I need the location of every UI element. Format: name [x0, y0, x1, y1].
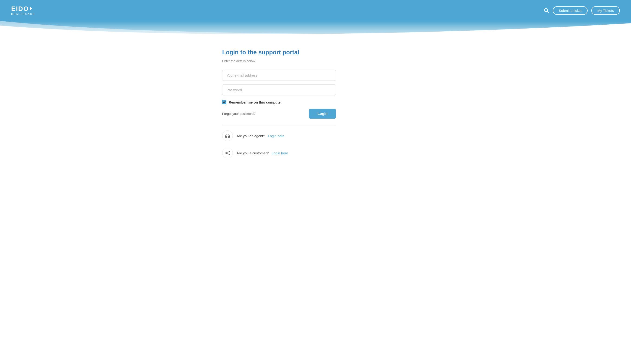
email-field-group [222, 70, 409, 81]
svg-line-1 [547, 12, 548, 13]
forgot-password-link[interactable]: Forgot your password? [222, 112, 255, 116]
svg-line-6 [227, 152, 228, 153]
password-input[interactable] [222, 84, 336, 96]
remember-me-row: Remember me on this computer [222, 100, 409, 104]
submit-ticket-button[interactable]: Submit a ticket [553, 6, 588, 15]
customer-icon-circle [222, 148, 233, 158]
customer-login-link[interactable]: Login here [272, 151, 288, 155]
share-icon [225, 150, 230, 156]
customer-login-item: Are you a customer? Login here [222, 148, 409, 158]
my-tickets-button[interactable]: My Tickets [591, 6, 620, 15]
headset-icon [225, 133, 230, 138]
login-button[interactable]: Login [309, 109, 336, 118]
remember-me-label[interactable]: Remember me on this computer [229, 100, 282, 104]
page-title: Login to the support portal [222, 49, 409, 56]
email-input[interactable] [222, 70, 336, 81]
forgot-login-row: Forgot your password? Login [222, 109, 336, 118]
agent-question: Are you an agent? [236, 134, 265, 138]
logo-wordmark: EIDO [11, 6, 32, 12]
header: EIDO HEALTHCARE Submit a ticket My Ticke… [0, 0, 631, 21]
remember-me-checkbox[interactable] [222, 100, 226, 104]
logo: EIDO HEALTHCARE [11, 6, 35, 15]
agent-login-item: Are you an agent? Login here [222, 130, 409, 141]
agent-login-link[interactable]: Login here [268, 134, 284, 138]
wave-decoration [0, 21, 631, 37]
logo-arrow-icon [30, 6, 32, 11]
logo-name: EIDO [11, 6, 29, 12]
agent-icon-circle [222, 130, 233, 141]
search-icon [544, 8, 549, 13]
divider [222, 126, 336, 126]
logo-subtitle: HEALTHCARE [11, 12, 35, 15]
customer-login-text: Are you a customer? Login here [236, 151, 288, 155]
svg-line-5 [227, 153, 228, 154]
header-actions: Submit a ticket My Tickets [544, 6, 620, 15]
search-button[interactable] [544, 8, 549, 13]
agent-login-text: Are you an agent? Login here [236, 134, 284, 138]
main-content: Login to the support portal Enter the de… [211, 37, 420, 176]
password-field-group [222, 84, 409, 96]
subtitle: Enter the details below [222, 59, 409, 63]
customer-question: Are you a customer? [236, 151, 268, 155]
